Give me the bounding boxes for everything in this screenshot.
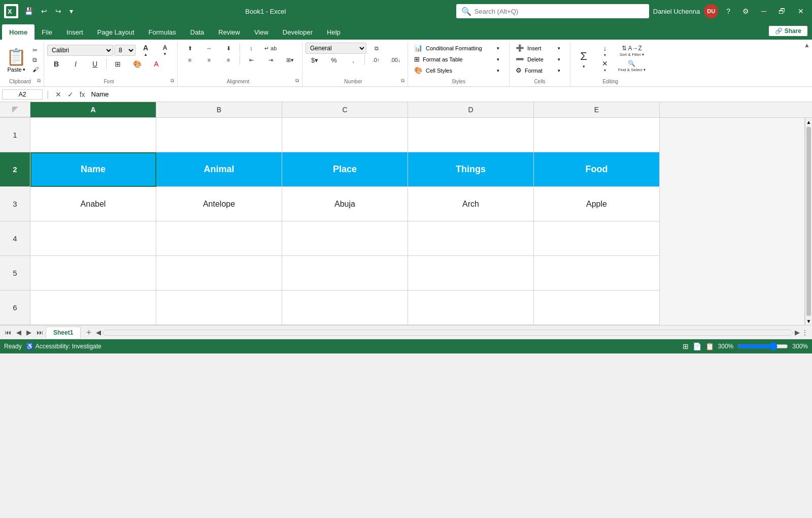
comma-button[interactable]: , [344, 54, 362, 66]
search-input[interactable] [475, 8, 644, 15]
close-button[interactable]: ✕ [794, 5, 808, 17]
merge-button[interactable]: ⊞▾ [281, 54, 299, 66]
cell-b3[interactable]: Antelope [156, 187, 282, 221]
wrap-text-button[interactable]: ↵ ab [261, 43, 280, 54]
font-color-button[interactable]: A [147, 58, 165, 70]
find-select-button[interactable]: 🔍 Find & Select ▾ [616, 59, 648, 73]
cell-e2[interactable]: Food [534, 152, 660, 187]
zoom-slider[interactable] [737, 342, 788, 350]
settings-icon-button[interactable]: ⚙ [738, 5, 753, 17]
cell-d5[interactable] [408, 256, 534, 290]
fill-button[interactable]: ↓ ▾ [596, 44, 614, 58]
number-expand-btn2[interactable]: ⧉ [401, 78, 404, 84]
cell-a2[interactable]: Name [30, 152, 156, 187]
percent-button[interactable]: % [325, 54, 343, 66]
cell-b6[interactable] [156, 290, 282, 325]
increase-font-button[interactable]: A ▲ [137, 43, 155, 58]
cell-c3[interactable]: Abuja [282, 187, 408, 221]
horizontal-scrollbar[interactable] [103, 330, 793, 336]
row-num-4[interactable]: 4 [0, 221, 30, 256]
format-cells-button[interactable]: ⚙ Format ▾ [513, 65, 563, 76]
search-box[interactable]: 🔍 [456, 4, 649, 18]
font-expand-button[interactable]: ⧉ [171, 78, 174, 84]
row-num-1[interactable]: 1 [0, 118, 30, 152]
align-right-button[interactable]: ≡ [219, 54, 238, 66]
bold-button[interactable]: B [47, 58, 65, 70]
scroll-thumb[interactable] [806, 127, 811, 316]
fill-color-button[interactable]: 🎨 [128, 58, 146, 70]
delete-cells-button[interactable]: ➖ Delete ▾ [513, 54, 563, 64]
scroll-up-button[interactable]: ▲ [805, 118, 812, 126]
row-num-3[interactable]: 3 [0, 187, 30, 221]
customize-quick-access[interactable]: ▾ [67, 5, 75, 17]
help-icon-button[interactable]: ? [722, 5, 734, 17]
page-break-view-button[interactable]: 📋 [705, 342, 714, 350]
decimal-increase-button[interactable]: .0↑ [367, 54, 385, 66]
row-num-2[interactable]: 2 [0, 152, 30, 187]
minimize-button[interactable]: ─ [757, 5, 770, 17]
tab-data[interactable]: Data [183, 24, 211, 40]
cell-c5[interactable] [282, 256, 408, 290]
align-middle-button[interactable]: ↔ [200, 43, 218, 54]
cell-reference-box[interactable] [2, 89, 43, 100]
text-direction-button[interactable]: ↕ [242, 43, 260, 54]
cell-d1[interactable] [408, 118, 534, 152]
cell-e1[interactable] [534, 118, 660, 152]
cell-a4[interactable] [30, 221, 156, 256]
sheet-tab-1[interactable]: Sheet1 [46, 327, 81, 338]
h-scroll-left[interactable]: ◀ [96, 329, 101, 336]
cell-a6[interactable] [30, 290, 156, 325]
tab-file[interactable]: File [35, 24, 59, 40]
italic-button[interactable]: I [66, 58, 85, 70]
cell-b1[interactable] [156, 118, 282, 152]
cell-b5[interactable] [156, 256, 282, 290]
col-header-c[interactable]: C [282, 102, 408, 117]
select-all-corner[interactable] [0, 102, 30, 117]
sheet-nav-prev[interactable]: ◀ [14, 328, 24, 337]
align-top-button[interactable]: ⬆ [181, 43, 199, 54]
cell-d4[interactable] [408, 221, 534, 256]
cell-c1[interactable] [282, 118, 408, 152]
indent-decrease-button[interactable]: ⇤ [242, 54, 260, 66]
cell-a5[interactable] [30, 256, 156, 290]
row-num-5[interactable]: 5 [0, 256, 30, 290]
tab-page-layout[interactable]: Page Layout [90, 24, 142, 40]
align-left-button[interactable]: ≡ [181, 54, 199, 66]
vertical-scrollbar[interactable]: ▲ ▼ [805, 118, 812, 325]
cell-a1[interactable] [30, 118, 156, 152]
underline-button[interactable]: U [86, 58, 104, 70]
cell-d3[interactable]: Arch [408, 187, 534, 221]
alignment-expand-button[interactable]: ⧉ [295, 78, 299, 84]
sheet-nav-first[interactable]: ⏮ [2, 328, 14, 337]
col-header-b[interactable]: B [156, 102, 282, 117]
col-header-e[interactable]: E [534, 102, 660, 117]
cell-c4[interactable] [282, 221, 408, 256]
cell-a3[interactable]: Anabel [30, 187, 156, 221]
tab-home[interactable]: Home [2, 24, 35, 40]
align-bottom-button[interactable]: ⬇ [219, 43, 238, 54]
tab-developer[interactable]: Developer [276, 24, 320, 40]
cell-e3[interactable]: Apple [534, 187, 660, 221]
number-format-select[interactable]: General [306, 43, 366, 54]
cell-b2[interactable]: Animal [156, 152, 282, 187]
sheet-nav-next[interactable]: ▶ [24, 328, 34, 337]
clipboard-expand-button[interactable]: ⧉ [37, 78, 41, 84]
cell-e5[interactable] [534, 256, 660, 290]
cell-e6[interactable] [534, 290, 660, 325]
conditional-formatting-button[interactable]: 📊 Conditional Formatting ▾ [411, 43, 502, 53]
cell-b4[interactable] [156, 221, 282, 256]
sheet-nav-last[interactable]: ⏭ [34, 328, 46, 337]
redo-button[interactable]: ↪ [53, 5, 63, 17]
cell-d6[interactable] [408, 290, 534, 325]
font-size-select[interactable]: 8 [114, 45, 136, 56]
tab-insert[interactable]: Insert [59, 24, 90, 40]
currency-button[interactable]: $▾ [306, 54, 324, 66]
tab-formulas[interactable]: Formulas [142, 24, 183, 40]
tab-help[interactable]: Help [320, 24, 348, 40]
font-name-select[interactable]: Calibri [47, 45, 113, 56]
restore-button[interactable]: 🗗 [774, 5, 790, 17]
page-layout-view-button[interactable]: 📄 [693, 342, 701, 350]
cell-styles-button[interactable]: 🎨 Cell Styles ▾ [411, 65, 502, 76]
cell-d2[interactable]: Things [408, 152, 534, 187]
decimal-decrease-button[interactable]: .00↓ [386, 54, 404, 66]
